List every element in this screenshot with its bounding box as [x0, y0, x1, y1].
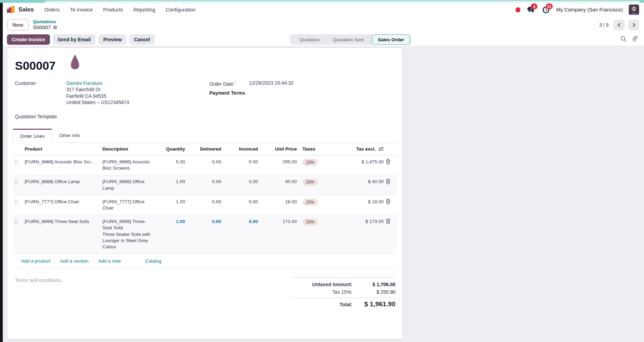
table-header-row: Product Description Quantity Delivered I…	[13, 143, 397, 155]
menu-products[interactable]: Products	[103, 7, 123, 12]
add-product-link[interactable]: Add a product	[21, 258, 50, 264]
cell-product[interactable]: [FURN_6666] Acoustic Bloc Scr...	[23, 155, 101, 169]
systray: 4 21 My Company (San Francisco)	[516, 5, 639, 15]
col-quantity[interactable]: Quantity	[156, 143, 186, 155]
notebook-tabs: Order Lines Other Info	[13, 128, 397, 143]
cell-description[interactable]: [FURN_8888] Office Lamp	[101, 175, 156, 195]
customer-label: Customer	[15, 80, 66, 106]
breadcrumb-current: S00007	[33, 24, 51, 30]
new-button[interactable]: New	[7, 19, 29, 31]
cell-subtotal: $ 18.00	[353, 195, 385, 208]
drag-handle-icon[interactable]	[13, 175, 23, 186]
order-form-sheet: S00007 Customer Gemini Furniture 317 Fai…	[7, 48, 403, 339]
untaxed-amount-label: Untaxed Amount:	[312, 282, 352, 287]
gear-icon[interactable]: ⚙	[53, 25, 58, 30]
tax-badge[interactable]: 15%	[302, 179, 318, 186]
cell-delivered[interactable]: 0.00	[186, 195, 223, 208]
table-row[interactable]: [FURN_7777] Office Chair [FURN_7777] Off…	[13, 195, 397, 215]
create-invoice-button[interactable]: Create Invoice	[7, 34, 50, 45]
preview-button[interactable]: Preview	[98, 34, 126, 45]
pager-previous-button[interactable]	[613, 20, 625, 30]
tab-other-info[interactable]: Other Info	[52, 129, 87, 143]
status-sales-order[interactable]: Sales Order	[372, 34, 410, 45]
payment-terms-label: Payment Terms	[209, 90, 249, 96]
cell-product[interactable]: [FURN_7777] Office Chair	[23, 195, 101, 208]
catalog-link[interactable]: Catalog	[145, 258, 161, 264]
total-value: $ 1,961.90	[357, 300, 395, 308]
cell-invoiced[interactable]: 0.00	[223, 175, 259, 188]
cell-invoiced[interactable]: 0.00	[223, 195, 259, 208]
order-date-value[interactable]: 12/26/2023 15:44:32	[249, 80, 293, 87]
delete-row-icon[interactable]	[386, 219, 391, 224]
odoo-app: Sales Orders To Invoice Products Reporti…	[3, 3, 644, 342]
cell-unit-price[interactable]: 40.00	[259, 175, 298, 188]
messages-badge: 4	[531, 3, 537, 9]
chevron-left-icon	[618, 23, 621, 27]
cell-delivered[interactable]: 0.00	[186, 175, 223, 188]
drag-handle-icon[interactable]	[13, 215, 23, 226]
terms-placeholder[interactable]: Terms and conditions...	[15, 277, 65, 309]
menu-to-invoice[interactable]: To Invoice	[70, 7, 93, 12]
add-section-link[interactable]: Add a section	[60, 258, 89, 264]
delete-row-icon[interactable]	[386, 159, 391, 164]
col-taxes[interactable]: Taxes	[298, 143, 353, 155]
col-description[interactable]: Description	[101, 143, 156, 155]
cell-unit-price[interactable]: 173.00	[259, 215, 298, 228]
customer-link[interactable]: Gemini Furniture	[66, 80, 129, 86]
tab-order-lines[interactable]: Order Lines	[13, 129, 52, 143]
company-switcher[interactable]: My Company (San Francisco)	[556, 7, 623, 12]
menu-reporting[interactable]: Reporting	[133, 7, 155, 12]
cell-description[interactable]: [FURN_8999] Three-Seat Sofa Three Seater…	[101, 215, 156, 254]
breadcrumb-quotations[interactable]: Quotations	[33, 19, 57, 24]
col-delivered[interactable]: Delivered	[186, 143, 223, 155]
statusbar: Quotation Quotation Sent Sales Order	[290, 34, 411, 45]
drag-handle-icon[interactable]	[13, 195, 23, 206]
search-button[interactable]	[620, 36, 627, 42]
cell-product[interactable]: [FURN_8999] Three-Seat Sofa	[23, 215, 101, 228]
cell-delivered[interactable]: 0.00	[186, 155, 223, 169]
menu-configuration[interactable]: Configuration	[166, 7, 195, 12]
table-row[interactable]: [FURN_6666] Acoustic Bloc Scr... [FURN_6…	[13, 155, 397, 175]
attachments-button[interactable]	[632, 35, 638, 42]
cell-quantity[interactable]: 1.00	[156, 215, 186, 228]
cell-quantity[interactable]: 5.00	[156, 155, 186, 169]
tax-badge[interactable]: 15%	[302, 199, 318, 206]
status-quotation-sent[interactable]: Quotation Sent	[328, 37, 369, 42]
cell-unit-price[interactable]: 295.00	[259, 155, 298, 169]
user-avatar[interactable]	[629, 5, 639, 15]
cell-description[interactable]: [FURN_7777] Office Chair	[101, 195, 156, 215]
cell-quantity[interactable]: 1.00	[156, 195, 186, 208]
col-invoiced[interactable]: Invoiced	[223, 143, 259, 155]
tax-badge[interactable]: 15%	[302, 159, 318, 166]
totals-block: Untaxed Amount: $ 1,706.00 Tax 15%: $ 25…	[291, 277, 395, 309]
status-quotation[interactable]: Quotation	[295, 37, 325, 42]
delete-row-icon[interactable]	[386, 199, 391, 204]
cell-product[interactable]: [FURN_8888] Office Lamp	[23, 175, 101, 188]
cell-description[interactable]: [FURN_6666] Acoustic Bloc Screens	[101, 155, 156, 175]
cell-invoiced[interactable]: 0.00	[223, 215, 259, 228]
table-row[interactable]: [FURN_8888] Office Lamp [FURN_8888] Offi…	[13, 175, 397, 195]
app-brand[interactable]: Sales	[7, 6, 34, 14]
add-note-link[interactable]: Add a note	[98, 258, 121, 264]
menu-orders[interactable]: Orders	[44, 7, 59, 12]
pager-next-button[interactable]	[628, 20, 639, 30]
col-tax-excl[interactable]: Tax excl.	[353, 143, 385, 155]
col-product[interactable]: Product	[23, 143, 101, 155]
cell-quantity[interactable]: 1.00	[156, 175, 186, 188]
chevron-right-icon	[631, 23, 635, 27]
cell-invoiced[interactable]: 0.00	[223, 155, 259, 169]
optional-columns-icon[interactable]	[378, 147, 384, 151]
table-row[interactable]: [FURN_8999] Three-Seat Sofa [FURN_8999] …	[13, 215, 397, 254]
delete-row-icon[interactable]	[386, 179, 391, 184]
app-name[interactable]: Sales	[18, 6, 34, 13]
drag-handle-icon[interactable]	[13, 155, 23, 166]
tax-badge[interactable]: 15%	[302, 219, 318, 225]
col-unit-price[interactable]: Unit Price	[259, 143, 298, 155]
untaxed-amount-value: $ 1,706.00	[357, 282, 395, 287]
cell-delivered[interactable]: 0.00	[186, 215, 223, 228]
cancel-button[interactable]: Cancel	[129, 34, 155, 45]
cell-unit-price[interactable]: 18.00	[259, 195, 298, 208]
send-by-email-button[interactable]: Send by Email	[53, 34, 96, 45]
messages-button[interactable]: 4	[526, 6, 535, 14]
activities-button[interactable]: 21	[541, 6, 550, 14]
